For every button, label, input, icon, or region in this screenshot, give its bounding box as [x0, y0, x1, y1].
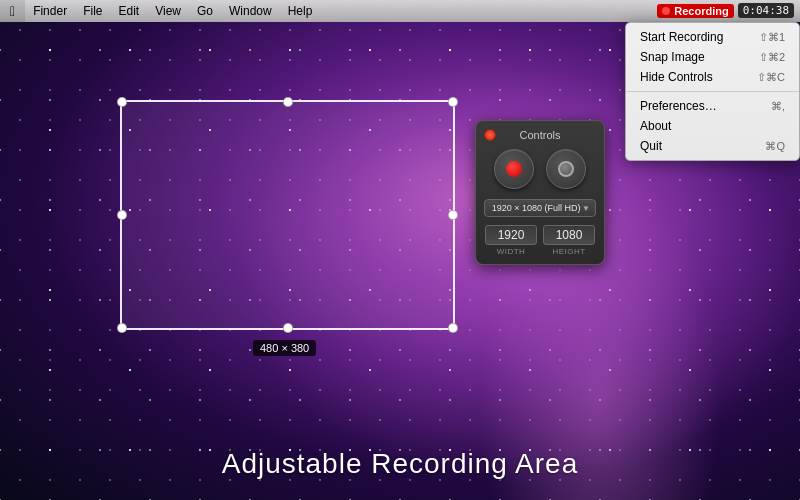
snap-image-item[interactable]: Snap Image ⇧⌘2	[626, 47, 799, 67]
resolution-label: 1920 × 1080 (Full HD)	[490, 203, 582, 213]
window-menu[interactable]: Window	[221, 0, 280, 22]
menubar-right: Recording 0:04:38	[657, 3, 800, 18]
preferences-item[interactable]: Preferences… ⌘,	[626, 96, 799, 116]
snap-icon	[558, 161, 574, 177]
controls-titlebar: Controls	[484, 129, 596, 141]
go-menu[interactable]: Go	[189, 0, 221, 22]
help-menu[interactable]: Help	[280, 0, 321, 22]
start-recording-item[interactable]: Start Recording ⇧⌘1	[626, 27, 799, 47]
recording-dot	[662, 7, 670, 15]
about-item[interactable]: About	[626, 116, 799, 136]
dropdown-menu: Start Recording ⇧⌘1 Snap Image ⇧⌘2 Hide …	[625, 22, 800, 161]
timer-badge: 0:04:38	[738, 3, 794, 18]
resolution-dropdown[interactable]: 1920 × 1080 (Full HD) ▼	[484, 199, 596, 217]
desktop:  Finder File Edit View Go Window Help R…	[0, 0, 800, 500]
handle-top-left[interactable]	[117, 97, 127, 107]
hide-controls-item[interactable]: Hide Controls ⇧⌘C	[626, 67, 799, 87]
quit-item[interactable]: Quit ⌘Q	[626, 136, 799, 156]
bottom-text: Adjustable Recording Area	[0, 448, 800, 480]
recording-badge: Recording	[657, 4, 733, 18]
menubar-left:  Finder File Edit View Go Window Help	[0, 0, 657, 22]
selection-area[interactable]	[120, 100, 455, 330]
file-menu[interactable]: File	[75, 0, 110, 22]
record-dot	[506, 161, 522, 177]
apple-menu[interactable]: 	[0, 0, 25, 22]
handle-bottom-center[interactable]	[283, 323, 293, 333]
controls-close-button[interactable]	[484, 129, 496, 141]
menubar:  Finder File Edit View Go Window Help R…	[0, 0, 800, 22]
snap-button[interactable]	[546, 149, 586, 189]
width-input[interactable]	[485, 225, 537, 245]
handle-top-right[interactable]	[448, 97, 458, 107]
controls-panel: Controls 1920 × 1080 (Full HD) ▼ WIDTH H…	[475, 120, 605, 265]
controls-buttons	[484, 149, 596, 189]
recording-label: Recording	[674, 5, 728, 17]
height-field: HEIGHT	[543, 225, 595, 256]
record-button[interactable]	[494, 149, 534, 189]
handle-middle-right[interactable]	[448, 210, 458, 220]
edit-menu[interactable]: Edit	[110, 0, 147, 22]
width-field: WIDTH	[485, 225, 537, 256]
width-label: WIDTH	[485, 247, 537, 256]
menu-separator-1	[626, 91, 799, 92]
dimensions-row: WIDTH HEIGHT	[484, 225, 596, 256]
finder-menu[interactable]: Finder	[25, 0, 75, 22]
handle-top-center[interactable]	[283, 97, 293, 107]
height-label: HEIGHT	[543, 247, 595, 256]
handle-middle-left[interactable]	[117, 210, 127, 220]
handle-bottom-right[interactable]	[448, 323, 458, 333]
view-menu[interactable]: View	[147, 0, 189, 22]
handle-bottom-left[interactable]	[117, 323, 127, 333]
chevron-down-icon: ▼	[582, 204, 590, 213]
controls-title: Controls	[496, 129, 584, 141]
height-input[interactable]	[543, 225, 595, 245]
size-label: 480 × 380	[253, 340, 316, 356]
